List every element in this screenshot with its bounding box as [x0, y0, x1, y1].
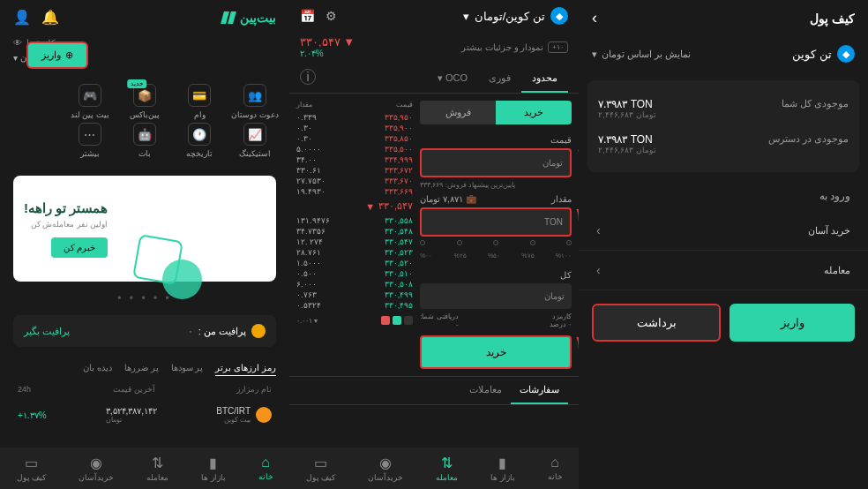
nav-easybuy[interactable]: ◉خریدآسان: [79, 455, 114, 482]
coin-icon: [251, 324, 266, 338]
nav-markets[interactable]: ▮بازار ها: [201, 455, 226, 482]
amount-balance: 💼 ۷,۸۷۱ تومان: [420, 194, 475, 204]
amount-input[interactable]: ۲ TON: [420, 207, 572, 237]
deposit-button[interactable]: ⊕ واریز: [26, 41, 88, 69]
nav-trade[interactable]: معامله ›: [579, 251, 868, 290]
grid-history[interactable]: 🕐تاریخچه: [174, 123, 225, 158]
ton-icon: ◆: [837, 45, 855, 63]
grid-bot[interactable]: 🤖بات: [119, 123, 170, 158]
coin-name: تن کوین: [792, 48, 832, 61]
grid-loan[interactable]: 💳وام: [174, 84, 225, 119]
nav-trade[interactable]: ⇅معامله: [436, 455, 458, 482]
nav-home[interactable]: ⌂خانه: [258, 455, 273, 482]
deposit-icon: ⊕: [65, 49, 73, 61]
asks-list: ۰.۳۳۹۳۳۵,۹۵۰ ۰.۳۰۳۳۵,۹۰۰ ۰.۳۰۳۳۵,۸۵۰ ۵.۰…: [296, 112, 413, 197]
available-balance-label: موجودی در دسترس: [768, 133, 849, 154]
profit-card[interactable]: پرافیت من : ۰ پرافیت بگیر: [13, 315, 276, 347]
mkttab-top[interactable]: رمز ارزهای برتر: [215, 363, 276, 376]
nav-trade[interactable]: ⇅معامله: [146, 455, 168, 482]
withdraw-button[interactable]: برداشت: [592, 304, 721, 342]
grid-staking[interactable]: 📈استیکینگ: [229, 123, 281, 158]
mkttab-losers[interactable]: پر ضررها: [124, 363, 159, 376]
total-label: کل: [420, 267, 572, 283]
order-book: قیمت مقدار ۰.۳۳۹۳۳۵,۹۵۰ ۰.۳۰۳۳۵,۹۰۰ ۰.۳۰…: [296, 101, 413, 369]
tab-trades[interactable]: معاملات: [460, 377, 511, 404]
display-currency-toggle[interactable]: نمایش بر اساس تومان ▾: [592, 49, 691, 60]
tab-instant[interactable]: فوری: [478, 65, 521, 93]
buy-tab[interactable]: خرید: [496, 101, 572, 124]
total-balance-sub: ۲,۴۴۶,۶۸۳ تومان: [598, 110, 656, 119]
entry-section-title: ورود به: [579, 181, 868, 211]
btc-icon: [256, 407, 272, 423]
bids-list: ۱۳۱.۹۴۷۶۳۳۰,۵۵۸ ۳۴.۷۳۵۶۳۳۰,۵۴۸ ۱۲. ۲۷۴۳۳…: [296, 215, 413, 311]
chart-details-link[interactable]: ۱۰+ نمودار و جزئیات بیشتر: [461, 35, 568, 58]
market-header: نام رمزارز آخرین قیمت 24h: [0, 380, 289, 399]
nav-home[interactable]: ⌂خانه: [548, 455, 563, 482]
nav-wallet[interactable]: ▭کیف پول: [306, 455, 336, 482]
chevron-down-icon: ▾: [463, 10, 469, 23]
deposit-button[interactable]: واریز: [730, 304, 855, 342]
depth-view-icons[interactable]: [381, 316, 413, 325]
mkttab-gainers[interactable]: پر سودها: [171, 363, 204, 376]
settings-icon[interactable]: ⚙: [326, 9, 337, 23]
chevron-down-icon: ▾: [592, 49, 597, 60]
chevron-left-icon: ›: [596, 223, 601, 237]
annotation-2: ۲: [576, 204, 579, 225]
price-input[interactable]: ۱ تومان: [420, 148, 572, 177]
pair-selector[interactable]: ◆ تن کوین/تومان ▾: [463, 7, 568, 25]
sell-tab[interactable]: فروش: [420, 101, 496, 124]
lowest-ask: پایین‌ترین پیشنهاد فروش: ۳۳۳,۶۶۹: [420, 181, 572, 189]
grid-pinbox[interactable]: جدید📦پین‌باکس: [119, 84, 170, 119]
depth-precision[interactable]: ۰.۰۰۱ ▾: [296, 317, 318, 325]
user-icon[interactable]: 👤: [13, 9, 31, 26]
bell-icon[interactable]: 🔔: [41, 9, 59, 26]
grid-invite[interactable]: 👥دعوت دوستان: [229, 84, 281, 119]
wallet-title: کیف پول: [810, 11, 855, 26]
logo-icon: [222, 11, 235, 24]
promo-banner[interactable]: همستر تو راهه! اولین نفر معامله‌ش کن خبر…: [13, 176, 276, 282]
amount-slider[interactable]: [420, 240, 572, 245]
profit-cta[interactable]: پرافیت بگیر: [24, 326, 70, 337]
coin-header: ◆ تن کوین: [792, 45, 855, 63]
nav-wallet[interactable]: ▭کیف پول: [17, 455, 47, 482]
calendar-icon[interactable]: 📅: [300, 9, 315, 23]
grid-more[interactable]: ⋯بیشتر: [64, 123, 115, 158]
chevron-left-icon: ›: [596, 263, 601, 277]
market-row-btc[interactable]: BTC/IRTبیت کوین ۳,۵۲۴,۳۸۷,۱۴۲تومان +۱.۳۷…: [0, 399, 289, 431]
ton-icon: ◆: [550, 7, 568, 25]
tab-limit[interactable]: محدود: [521, 65, 568, 93]
last-price: ۳۳۰,۵۴۷ ▼ ۲.۰۴%: [300, 35, 355, 58]
tab-orders[interactable]: سفارشات: [511, 377, 568, 404]
total-balance-label: موجودی کل شما: [782, 98, 849, 119]
tab-oco[interactable]: OCO ▾: [427, 65, 478, 93]
brand-logo: بیت‌پین: [222, 11, 276, 25]
bottom-nav: ⌂خانه ▮بازار ها ⇅معامله ◉خریدآسان ▭کیف پ…: [0, 448, 289, 489]
price-label: قیمت: [420, 132, 572, 148]
grid-land[interactable]: 🎮بیت پین لند: [64, 84, 115, 119]
mkttab-watch[interactable]: دیده بان: [83, 363, 112, 376]
amount-label: مقدار: [551, 194, 572, 204]
bottom-nav: ⌂خانه ▮بازار ها ⇅معامله ◉خریدآسان ▭کیف پ…: [289, 448, 579, 489]
available-balance-value: ۷.۳۹۸۳ TON: [598, 133, 656, 146]
carousel-dots[interactable]: • • • • •: [0, 289, 289, 308]
balance-card: موجودی کل شما ۷.۳۹۸۳ TON ۲,۴۴۶,۶۸۳ تومان…: [587, 80, 859, 172]
home-screen: بیت‌پین 🔔 👤 موجودی کل شما 👁 ****** تومان…: [0, 0, 289, 489]
order-form: خرید فروش قیمت ۱ تومان پایین‌ترین پیشنها…: [420, 101, 572, 369]
back-icon[interactable]: ›: [592, 9, 597, 27]
nav-easy-buy[interactable]: خرید آسان ›: [579, 211, 868, 251]
info-icon[interactable]: i: [300, 69, 316, 85]
trade-screen: ◆ تن کوین/تومان ▾ ⚙ 📅 ۱۰+ نمودار و جزئیا…: [289, 0, 579, 489]
submit-buy-button[interactable]: ۳ خرید: [420, 335, 572, 369]
total-balance-value: ۷.۳۹۸۳ TON: [598, 98, 656, 110]
banner-title: همستر تو راهه!: [24, 200, 108, 216]
annotation-1: ۱: [576, 145, 579, 166]
nav-markets[interactable]: ▮بازار ها: [490, 455, 515, 482]
annotation-3: ۳: [576, 332, 579, 353]
banner-cta[interactable]: خبرم کن: [51, 237, 108, 258]
shortcuts-grid: 👥دعوت دوستان 💳وام جدید📦پین‌باکس 🎮بیت پین…: [0, 73, 289, 169]
nav-easybuy[interactable]: ◉خریدآسان: [368, 455, 403, 482]
wallet-screen: کیف پول › ◆ تن کوین نمایش بر اساس تومان …: [579, 0, 868, 489]
market-tabs: رمز ارزهای برتر پر سودها پر ضررها دیده ب…: [0, 354, 289, 380]
banner-sub: اولین نفر معامله‌ش کن: [24, 220, 108, 229]
total-input[interactable]: تومان: [420, 283, 572, 309]
